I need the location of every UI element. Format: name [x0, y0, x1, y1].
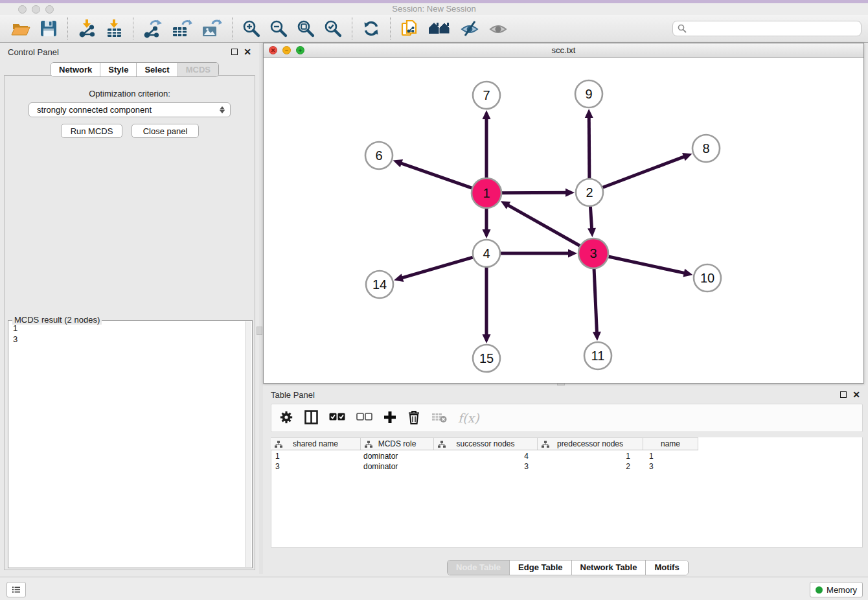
run-mcds-button[interactable]: Run MCDS: [61, 124, 122, 138]
first-neighbors-button[interactable]: [423, 17, 455, 40]
edge-3-10[interactable]: [608, 257, 685, 273]
app-title: Session: New Session: [0, 3, 868, 15]
export-table-button[interactable]: [167, 17, 197, 40]
show-all-button[interactable]: [484, 17, 512, 40]
minimize-view-button[interactable]: −: [282, 46, 291, 54]
table-row[interactable]: 3dominator323: [271, 461, 698, 472]
edge-arrow-2-9: [585, 109, 593, 118]
table-row[interactable]: 1dominator411: [271, 451, 698, 461]
eye-icon: [488, 19, 508, 38]
edge-3-1[interactable]: [507, 205, 580, 246]
tab-mcds[interactable]: MCDS: [178, 63, 218, 76]
select-all-button[interactable]: [329, 413, 345, 423]
table-settings-button[interactable]: [279, 410, 293, 426]
float-table-panel-icon[interactable]: [840, 391, 847, 398]
delete-table-button[interactable]: [431, 411, 447, 425]
mcds-result-text[interactable]: 1 3: [10, 323, 244, 566]
column-header-predecessor-nodes[interactable]: predecessor nodes: [538, 438, 643, 450]
memory-button[interactable]: Memory: [810, 582, 863, 597]
edge-arrow-3-11: [593, 332, 601, 341]
create-column-button[interactable]: [383, 411, 396, 426]
minimize-window-button[interactable]: [32, 5, 40, 14]
edge-2-8[interactable]: [603, 156, 685, 187]
task-history-button[interactable]: [6, 582, 26, 597]
control-panel-title: Control Panel: [8, 47, 59, 57]
graph-node-label-10: 10: [700, 271, 714, 285]
refresh-view-button[interactable]: [358, 17, 385, 40]
edge-1-2[interactable]: [502, 192, 567, 193]
houses-icon: [428, 20, 451, 37]
search-input[interactable]: [689, 24, 856, 34]
close-table-panel-icon[interactable]: ✕: [852, 391, 860, 398]
export-network-icon: [143, 19, 163, 38]
edge-arrow-4-3: [568, 249, 577, 258]
show-columns-button[interactable]: [304, 410, 318, 426]
import-table-button[interactable]: [100, 17, 128, 40]
edge-1-6[interactable]: [400, 163, 472, 189]
optimization-criterion-label: Optimization criterion:: [0, 89, 259, 98]
result-scrollbar[interactable]: [245, 321, 251, 567]
hide-selected-button[interactable]: [455, 17, 484, 40]
unchecked-boxes-icon: [356, 413, 372, 421]
tab-edge-table[interactable]: Edge Table: [510, 560, 571, 575]
table-cell: 1: [643, 451, 698, 461]
network-canvas[interactable]: 7968124314101511: [264, 58, 863, 383]
edge-2-3[interactable]: [590, 207, 591, 229]
app-window-controls: [18, 5, 54, 14]
column-header-successor-nodes[interactable]: successor nodes: [434, 438, 538, 450]
column-header-label: successor nodes: [456, 439, 514, 448]
deselect-all-button[interactable]: [356, 413, 372, 423]
plus-icon: [383, 411, 396, 424]
delete-table-icon: [431, 411, 447, 423]
import-network-button[interactable]: [73, 17, 100, 40]
float-panel-icon[interactable]: [231, 49, 238, 55]
new-network-from-selection-button[interactable]: [396, 17, 423, 40]
export-network-button[interactable]: [139, 17, 167, 40]
zoom-out-button[interactable]: [265, 17, 292, 40]
splitter-grip[interactable]: [257, 327, 262, 335]
network-graph: 7968124314101511: [264, 58, 863, 383]
search-field[interactable]: [672, 21, 862, 36]
close-panel-button[interactable]: Close panel: [131, 124, 199, 138]
zoom-fit-button[interactable]: [292, 17, 319, 40]
table-cell: 1: [538, 451, 643, 461]
column-header-shared-name[interactable]: shared name: [271, 438, 361, 450]
column-header-name[interactable]: name: [643, 438, 698, 450]
criterion-dropdown[interactable]: strongly connected component: [29, 102, 231, 117]
table-cell: 3: [643, 461, 698, 472]
close-window-button[interactable]: [18, 5, 27, 14]
tab-select[interactable]: Select: [137, 63, 177, 76]
export-image-button[interactable]: [197, 17, 227, 40]
table-cell: 2: [538, 461, 643, 472]
tab-network-table[interactable]: Network Table: [572, 560, 646, 575]
save-floppy-icon: [40, 19, 58, 38]
function-builder-button[interactable]: f(x): [458, 411, 479, 425]
memory-status-icon: [816, 586, 823, 594]
tab-network[interactable]: Network: [51, 63, 100, 76]
edge-2-9[interactable]: [589, 117, 589, 178]
zoom-in-button[interactable]: [238, 17, 265, 40]
zoom-selected-icon: [324, 19, 342, 38]
graph-node-label-8: 8: [702, 141, 709, 156]
tab-motifs[interactable]: Motifs: [646, 560, 687, 575]
close-view-button[interactable]: ✕: [269, 46, 277, 54]
graph-node-label-11: 11: [591, 349, 605, 363]
columns-icon: [304, 410, 318, 424]
tab-style[interactable]: Style: [100, 63, 137, 76]
edge-3-11[interactable]: [594, 269, 597, 333]
tab-node-table[interactable]: Node Table: [448, 560, 510, 575]
graph-node-label-1: 1: [483, 186, 490, 200]
column-header-MCDS-role[interactable]: MCDS role: [361, 438, 434, 450]
close-panel-icon[interactable]: ✕: [244, 49, 251, 55]
open-session-button[interactable]: [6, 17, 35, 40]
save-session-button[interactable]: [35, 17, 62, 40]
zoom-window-button[interactable]: [45, 5, 54, 14]
table-cell: dominator: [361, 461, 434, 472]
maximize-view-button[interactable]: +: [296, 46, 304, 54]
edge-arrow-2-3: [588, 228, 596, 237]
export-table-icon: [172, 19, 192, 38]
edge-4-14[interactable]: [402, 257, 473, 278]
zoom-in-icon: [242, 19, 260, 38]
zoom-selected-button[interactable]: [319, 17, 347, 40]
delete-columns-button[interactable]: [407, 410, 420, 426]
